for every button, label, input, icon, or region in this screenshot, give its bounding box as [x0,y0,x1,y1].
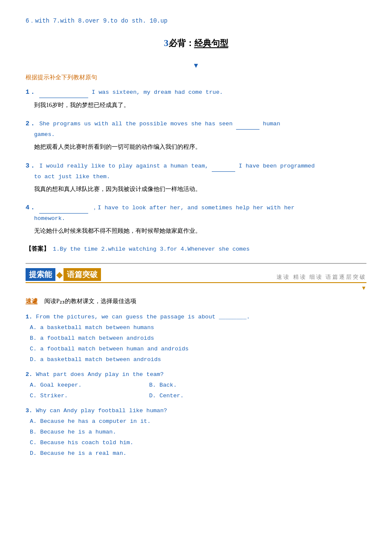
section1-number: 3 [164,38,169,48]
q3-num: 3． [26,162,36,170]
q2-num: 2． [26,120,36,127]
speed-read-label: 速遽 [26,298,37,305]
s2-q1-num: 1. [26,314,32,320]
q3-blank [212,161,235,171]
answer-section: 【答案】 1.By the time 2.while watching 3.fo… [26,244,366,254]
q3-translation: 我真的想和真人球队比赛，因为我被设计成像他们一样地活动。 [34,184,366,194]
q2-before: She programs us with all the possible mo… [39,121,233,127]
section2-title-left: 提索能 ◆ 语篇突破 [26,268,101,281]
question-2: 2． She programs us with all the possible… [26,118,366,152]
q2-after: human [263,121,280,127]
speed-read-line: 速遽 阅读P₂₃的教材课文，选择最佳选项 [26,298,366,305]
section1-label-bold: 经典句型 [194,38,228,48]
q4-num: 4． [26,204,36,211]
section-divider [26,263,366,264]
section2-nav-right: 速读 精读 细读 语篇逐层突破 [277,273,366,281]
q2-blank [236,119,259,130]
q4-after: ，I have to look after her, and sometimes… [92,205,294,211]
question-3: 3． I would really like to play against a… [26,160,366,194]
s2-q2-optC: C. Striker. [30,391,145,402]
answer-label: 【答案】 [26,246,49,252]
section1-arrow: ▼ [26,62,366,69]
q3-after: I have been programmed [239,163,314,169]
q1-after: I was sixteen, my dream had come true. [92,89,223,95]
ti-suo-neng-text: 提索能 [26,268,55,281]
s2-question-1: 1. From the pictures, we can guess the p… [26,312,366,365]
s2-q2-optB: B. Back. [149,380,184,391]
s2-q1-optD: D. a basketball match between androids [30,355,366,365]
section1-header: 3必背：经典句型 [26,38,366,49]
question-4: 4． ，I have to look after her, and someti… [26,202,366,236]
q4-line2: homework. [34,214,366,224]
diamond-icon: ◆ [56,269,63,280]
s2-q2-options-row: A. Goal keeper. C. Striker. B. Back. D. … [26,380,366,402]
q4-blank [39,203,88,214]
s2-q2-optA: A. Goal keeper. [30,380,145,391]
q1-translation: 到我16岁时，我的梦想已经成真了。 [34,100,366,110]
question-1: 1． I was sixteen, my dream had come true… [26,87,366,110]
s2-q3-text: Why can Andy play football like human? [36,408,167,414]
s2-q1-text: From the pictures, we can guess the pass… [36,314,250,320]
s2-q1-optC: C. a football match between human and an… [30,344,366,355]
s2-q3-optA: A. Because he has a computer in it. [30,416,366,427]
q2-line2: games. [34,130,366,140]
q1-blank [39,87,88,98]
s2-q1-optA: A. a basketball match between humans [30,323,366,333]
s2-q3-optC: C. Because his coach told him. [30,438,366,448]
s2-q2-text: What part does Andy play in the team? [36,371,164,378]
yu-pian-text: 语篇突破 [63,268,101,281]
top-answers-line: 6．with 7.with 8.over 9.to do sth. 10.up [26,13,366,25]
s2-q3-num: 3. [26,408,32,414]
s2-q3-optD: D. Because he is a real man. [30,448,366,459]
q4-translation: 无论她什么时候来我都不得不照顾她，有时候帮她做家庭作业。 [34,225,366,236]
speed-read-instruction: 阅读P₂₃的教材课文，选择最佳选项 [44,298,136,305]
q3-line2: to act just like them. [34,172,366,182]
section2-arrow: ▼ [26,285,366,292]
q1-num: 1． [26,89,36,96]
section1-instruction: 根据提示补全下列教材原句 [26,74,366,81]
q2-translation: 她把观看人类比赛时所看到的一切可能的动作编入我们的程序。 [34,142,366,152]
s2-q2-optD: D. Center. [149,391,184,402]
answer-text: 1.By the time 2.while watching 3.for 4.W… [53,246,250,252]
s2-question-2: 2. What part does Andy play in the team?… [26,370,366,402]
s2-q1-optB: B. a football match between androids [30,333,366,344]
section1-label-normal: 必背： [169,38,194,48]
q3-before: I would really like to play against a hu… [39,163,208,169]
s2-q3-optB: B. Because he is a human. [30,427,366,438]
s2-question-3: 3. Why can Andy play football like human… [26,406,366,459]
s2-q2-num: 2. [26,371,32,378]
